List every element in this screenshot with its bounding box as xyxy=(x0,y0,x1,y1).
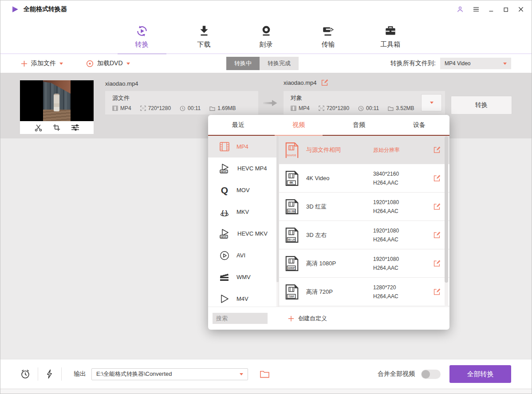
format-list-scrollbar[interactable] xyxy=(276,136,279,307)
preset-row-3d-lr[interactable]: 3D LR 3D 左右 1920*1080H264,AAC xyxy=(279,221,449,249)
target-format: MP4 xyxy=(299,105,310,111)
edit-preset-icon[interactable] xyxy=(433,174,441,182)
target-size: 3.52MB xyxy=(396,105,414,111)
avi-icon xyxy=(219,250,230,261)
target-format-dropdown-button[interactable] xyxy=(421,94,442,111)
rename-edit-icon[interactable] xyxy=(321,79,328,87)
app-window: 全能格式转换器 转换 xyxy=(0,0,532,394)
tab-recent[interactable]: 最近 xyxy=(208,115,268,135)
edit-preset-icon[interactable] xyxy=(433,288,441,296)
maximize-icon[interactable] xyxy=(503,6,509,13)
format-item-hevc-mkv[interactable]: HEVC HEVC MKV xyxy=(208,223,279,244)
plus-icon xyxy=(21,60,28,67)
high-speed-bolt-icon[interactable] xyxy=(46,369,53,379)
preset-row-3d-rb[interactable]: 3D RB 3D 红蓝 1920*1080H264,AAC xyxy=(279,193,449,221)
source-size: 1.69MB xyxy=(217,105,236,111)
resolution-icon xyxy=(319,106,324,111)
preset-codec: H264,AAC xyxy=(373,236,398,243)
preset-name: 3D 红蓝 xyxy=(299,203,373,211)
format-item-avi[interactable]: AVI xyxy=(208,244,279,266)
burn-disc-icon xyxy=(260,24,273,38)
nav-tab-convert[interactable]: 转换 xyxy=(123,24,161,54)
tab-device[interactable]: 设备 xyxy=(389,115,449,135)
file-size-folder-icon xyxy=(209,106,215,111)
3d-lr-preset-icon: 3D LR xyxy=(285,227,299,243)
preset-row-4k[interactable]: 4K 4K Video 3840*2160H264,AAC xyxy=(279,164,449,193)
format-picker-footer: 创建自定义 xyxy=(208,307,449,330)
edit-preset-icon[interactable] xyxy=(433,231,441,239)
create-custom-label: 创建自定义 xyxy=(298,315,327,323)
open-folder-icon[interactable] xyxy=(260,370,270,378)
preset-row-1080p[interactable]: 1080P 高清 1080P 1920*1080H264,AAC xyxy=(279,249,449,278)
tab-finished[interactable]: 转换完成 xyxy=(260,57,299,70)
edit-preset-icon[interactable] xyxy=(433,146,441,154)
source-preset-icon: source xyxy=(285,142,299,158)
close-icon[interactable] xyxy=(517,6,524,13)
toolbar: 添加文件 加载DVD 转换中 转换完成 转换所有文件到: MP4 Video xyxy=(0,54,532,73)
load-dvd-button[interactable]: 加载DVD xyxy=(86,59,130,67)
format-item-wmv[interactable]: WMV xyxy=(208,266,279,288)
svg-text:HEVC: HEVC xyxy=(221,170,227,173)
nav-tab-toolbox[interactable]: 工具箱 xyxy=(372,24,409,54)
target-duration: 00:11 xyxy=(366,105,379,111)
format-item-mov[interactable]: Q MOV xyxy=(208,179,279,201)
window-controls xyxy=(456,5,524,13)
menu-icon[interactable] xyxy=(472,5,480,13)
720p-preset-icon: 720P xyxy=(285,284,299,300)
tab-converting[interactable]: 转换中 xyxy=(226,57,260,70)
schedule-clock-icon[interactable] xyxy=(20,369,31,379)
preset-row-720p[interactable]: 720P 高清 720P 1280*720H264,AAC xyxy=(279,278,449,306)
minimize-icon[interactable] xyxy=(488,6,495,13)
chevron-down-icon xyxy=(126,63,130,67)
format-label: AVI xyxy=(236,252,245,259)
search-input[interactable] xyxy=(213,313,268,324)
preset-row-same-as-source[interactable]: source 与源文件相同 原始分辨率 xyxy=(279,136,449,164)
mkv-icon: { } xyxy=(219,207,230,217)
nav-label-download: 下载 xyxy=(197,40,211,49)
add-files-label: 添加文件 xyxy=(31,59,56,67)
nav-tab-download[interactable]: 下载 xyxy=(185,24,223,54)
format-picker-popup: 最近 视频 音频 设备 MP4 HEVC HEVC MP4 Q MOV xyxy=(208,115,449,330)
target-file-name: xiaodao.mp4 xyxy=(284,79,316,86)
tab-audio[interactable]: 音频 xyxy=(329,115,389,135)
convert-all-button[interactable]: 全部转换 xyxy=(449,365,511,383)
tab-video[interactable]: 视频 xyxy=(268,115,329,135)
edit-preset-icon[interactable] xyxy=(433,260,441,267)
svg-text:1080P: 1080P xyxy=(288,267,295,269)
output-format-select[interactable]: MP4 Video xyxy=(440,58,511,69)
toolbox-icon xyxy=(384,24,397,38)
chevron-down-icon xyxy=(240,373,243,377)
chevron-down-icon xyxy=(59,63,63,67)
output-path-select[interactable]: E:\全能格式转换器\Converted xyxy=(91,368,248,380)
target-resolution: 720*1280 xyxy=(327,105,349,111)
preset-list-scrollbar[interactable] xyxy=(445,136,448,306)
format-item-mkv[interactable]: { } MKV xyxy=(208,201,279,223)
convert-all-to-label: 转换所有文件到: xyxy=(390,59,436,67)
app-logo-icon xyxy=(11,5,19,13)
crop-icon[interactable] xyxy=(52,123,61,132)
nav-tab-burn[interactable]: 刻录 xyxy=(248,24,285,54)
4k-preset-icon: 4K xyxy=(285,170,299,186)
convert-button[interactable]: 转换 xyxy=(451,96,512,114)
nav-label-toolbox: 工具箱 xyxy=(380,40,400,49)
video-thumbnail-card xyxy=(20,80,94,134)
format-item-m4v[interactable]: M4V xyxy=(208,288,279,307)
plus-icon xyxy=(288,315,294,322)
toggle-knob xyxy=(422,370,430,378)
user-account-icon[interactable] xyxy=(456,5,464,13)
edit-preset-icon[interactable] xyxy=(433,203,441,210)
format-item-mp4[interactable]: MP4 xyxy=(208,136,279,158)
video-thumbnail[interactable] xyxy=(20,80,94,121)
nav-tab-transfer[interactable]: 传输 xyxy=(310,24,347,54)
svg-text:HEVC: HEVC xyxy=(221,235,227,238)
format-label: WMV xyxy=(236,274,251,280)
trim-scissors-icon[interactable] xyxy=(34,123,43,132)
create-custom-button[interactable]: 创建自定义 xyxy=(288,315,327,323)
merge-videos-toggle[interactable] xyxy=(421,370,441,379)
duration-clock-icon xyxy=(358,106,364,111)
effects-sliders-icon[interactable] xyxy=(71,123,80,132)
svg-text:{ }: { } xyxy=(221,209,228,215)
add-files-button[interactable]: 添加文件 xyxy=(21,59,63,67)
format-item-hevc-mp4[interactable]: HEVC HEVC MP4 xyxy=(208,158,279,179)
nav-label-convert: 转换 xyxy=(135,40,149,49)
